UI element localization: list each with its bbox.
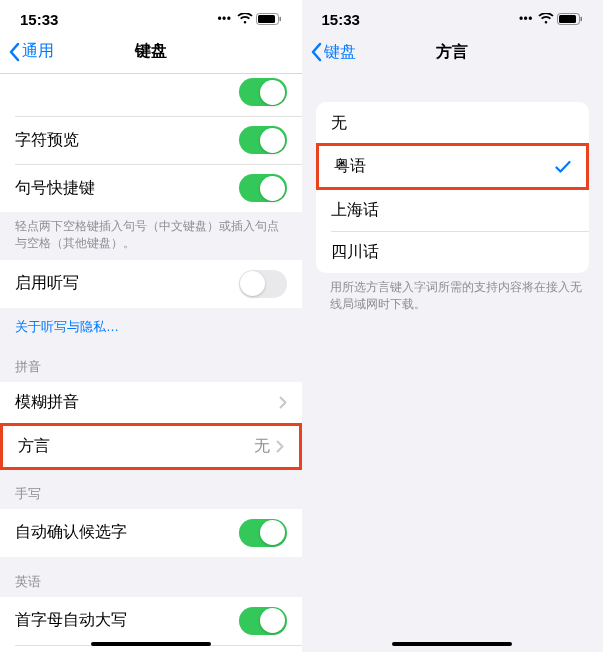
battery-icon bbox=[557, 13, 583, 25]
nav-bar: 键盘 方言 bbox=[302, 34, 604, 74]
svg-rect-1 bbox=[258, 15, 275, 23]
footer-text: 轻点两下空格键插入句号（中文键盘）或插入句点与空格（其他键盘）。 bbox=[0, 212, 302, 260]
status-time: 15:33 bbox=[322, 11, 360, 28]
svg-rect-2 bbox=[279, 17, 281, 21]
highlight-box: 粤语 bbox=[316, 143, 590, 190]
status-bar: 15:33 ••• bbox=[302, 0, 604, 34]
section-header-handwrite: 手写 bbox=[0, 469, 302, 509]
back-button[interactable]: 通用 bbox=[8, 41, 54, 62]
signal-dots-icon: ••• bbox=[519, 13, 533, 25]
back-label: 通用 bbox=[22, 41, 54, 62]
toggle-switch[interactable] bbox=[239, 270, 287, 298]
dialect-row[interactable]: 方言 无 bbox=[3, 426, 299, 467]
privacy-link[interactable]: 关于听写与隐私… bbox=[0, 308, 302, 342]
row-value: 无 bbox=[254, 436, 270, 457]
toggle-switch[interactable] bbox=[239, 519, 287, 547]
row-label: 四川话 bbox=[331, 242, 379, 263]
row-label: 方言 bbox=[18, 436, 50, 457]
chevron-left-icon bbox=[310, 42, 322, 62]
wifi-icon bbox=[237, 13, 253, 25]
check-icon bbox=[555, 160, 571, 174]
row-label: 字符预览 bbox=[15, 130, 79, 151]
status-icons: ••• bbox=[519, 13, 583, 25]
toggle-switch[interactable] bbox=[239, 126, 287, 154]
svg-rect-5 bbox=[581, 17, 583, 21]
highlight-box: 方言 无 bbox=[0, 423, 302, 470]
nav-title: 方言 bbox=[436, 42, 468, 63]
svg-rect-4 bbox=[559, 15, 576, 23]
signal-dots-icon: ••• bbox=[217, 13, 231, 25]
row-label: 首字母自动大写 bbox=[15, 610, 127, 631]
toggle-switch[interactable] bbox=[239, 174, 287, 202]
option-sichuanese[interactable]: 四川话 bbox=[316, 231, 590, 273]
status-bar: 15:33 ••• bbox=[0, 0, 302, 34]
row-label: 自动确认候选字 bbox=[15, 522, 127, 543]
row-label: 无 bbox=[331, 113, 347, 134]
chevron-right-icon bbox=[276, 440, 284, 453]
back-button[interactable]: 键盘 bbox=[310, 42, 356, 63]
toggle-switch[interactable] bbox=[239, 607, 287, 635]
home-indicator[interactable] bbox=[91, 642, 211, 647]
period-shortcut-row[interactable]: 句号快捷键 bbox=[0, 164, 302, 212]
status-icons: ••• bbox=[217, 13, 281, 25]
section-header-english: 英语 bbox=[0, 557, 302, 597]
wifi-icon bbox=[538, 13, 554, 25]
fuzzy-pinyin-row[interactable]: 模糊拼音 bbox=[0, 382, 302, 424]
home-indicator[interactable] bbox=[392, 642, 512, 647]
auto-cap-row[interactable]: 首字母自动大写 bbox=[0, 597, 302, 645]
toggle-switch[interactable] bbox=[239, 78, 287, 106]
option-cantonese[interactable]: 粤语 bbox=[319, 146, 587, 187]
chevron-left-icon bbox=[8, 42, 20, 62]
dictation-row[interactable]: 启用听写 bbox=[0, 260, 302, 308]
option-shanghainese[interactable]: 上海话 bbox=[316, 189, 590, 231]
back-label: 键盘 bbox=[324, 42, 356, 63]
auto-confirm-row[interactable]: 自动确认候选字 bbox=[0, 509, 302, 557]
chevron-right-icon bbox=[279, 396, 287, 409]
battery-icon bbox=[256, 13, 282, 25]
footer-text: 用所选方言键入字词所需的支持内容将在接入无线局域网时下载。 bbox=[302, 273, 604, 321]
row-label: 粤语 bbox=[334, 156, 366, 177]
row-label: 上海话 bbox=[331, 200, 379, 221]
nav-bar: 通用 键盘 bbox=[0, 34, 302, 74]
row-label: 模糊拼音 bbox=[15, 392, 79, 413]
option-none[interactable]: 无 bbox=[316, 102, 590, 144]
nav-title: 键盘 bbox=[135, 41, 167, 62]
char-preview-row[interactable]: 字符预览 bbox=[0, 116, 302, 164]
status-time: 15:33 bbox=[20, 11, 58, 28]
row-label: 启用听写 bbox=[15, 273, 79, 294]
row-label: 句号快捷键 bbox=[15, 178, 95, 199]
section-header-pinyin: 拼音 bbox=[0, 342, 302, 382]
toggle-row-partial[interactable] bbox=[0, 74, 302, 116]
